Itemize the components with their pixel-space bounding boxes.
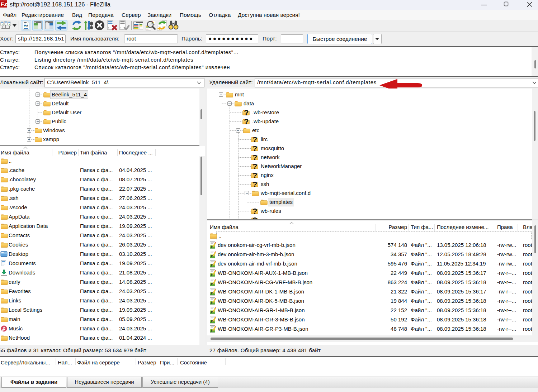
svg-text:?: ? <box>244 118 249 126</box>
svg-text:?: ? <box>253 135 257 144</box>
svg-text:?: ? <box>253 207 257 216</box>
svg-text:?: ? <box>253 171 257 180</box>
svg-text:?: ? <box>253 144 257 153</box>
svg-text:?: ? <box>253 153 257 162</box>
svg-text:?: ? <box>253 216 257 219</box>
svg-text:?: ? <box>253 162 257 171</box>
svg-text:Fz: Fz <box>1 1 7 7</box>
svg-text:?: ? <box>244 109 249 117</box>
svg-text:?: ? <box>253 180 257 189</box>
